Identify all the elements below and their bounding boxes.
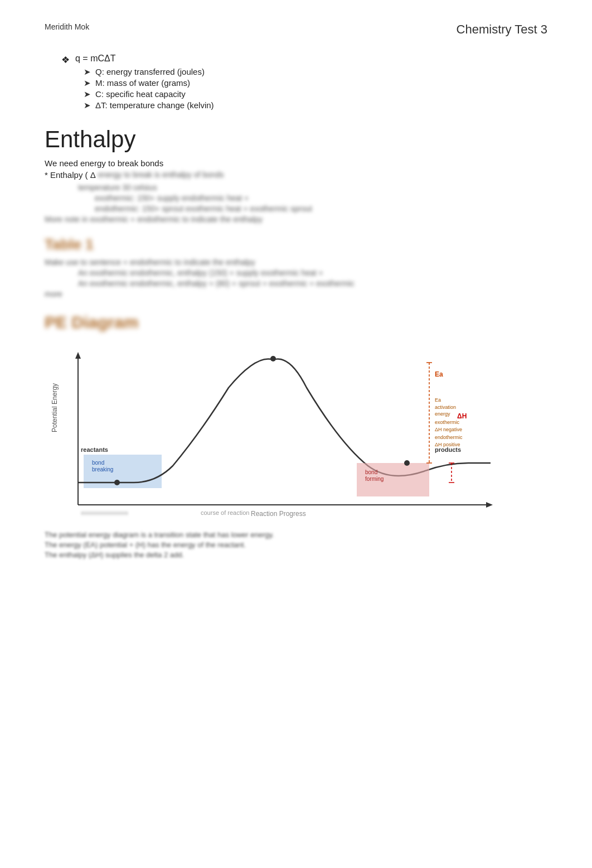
svg-point-30 — [114, 480, 120, 485]
sub-text-dt: ΔT: temperature change (kelvin) — [95, 100, 214, 110]
diagram-caption-1: The potential energy diagram is a transi… — [45, 531, 547, 539]
svg-text:bond: bond — [365, 469, 377, 475]
enthalpy-blurred-1: energy to break is enthalpy of bonds — [98, 170, 224, 179]
table-blurred-2: An exothermic endothermic, enthalpy (150… — [78, 268, 547, 277]
enthalpy-line: * Enthalpy ( Δ energy to break is enthal… — [45, 170, 547, 181]
document-title: Chemistry Test 3 — [457, 22, 547, 37]
svg-text:course of reaction: course of reaction — [201, 509, 249, 516]
sub-bullet-dt: ➤ ΔT: temperature change (kelvin) — [84, 100, 547, 110]
svg-text:xxxxxxxxxxxxxxxxx: xxxxxxxxxxxxxxxxx — [81, 510, 128, 516]
svg-point-31 — [404, 460, 410, 466]
svg-text:ΔH: ΔH — [457, 412, 467, 420]
sub-bullet-m: ➤ M: mass of water (grams) — [84, 78, 547, 88]
enthalpy-blurred-2: temperature 30 celsius — [78, 183, 547, 192]
sub-text-c: C: specific heat capacity — [95, 89, 186, 99]
pe-diagram-container: Potential Energy Reaction Progress bond … — [45, 343, 502, 522]
arrow-icon-1: ➤ — [84, 67, 91, 77]
enthalpy-blurred-4: endothermic: 150+ sprout exothermic heat… — [95, 204, 547, 213]
svg-text:bond: bond — [92, 460, 104, 466]
sub-bullets: ➤ Q: energy transferred (joules) ➤ M: ma… — [84, 67, 547, 110]
svg-text:Potential Energy: Potential Energy — [51, 383, 59, 432]
arrow-icon-4: ➤ — [84, 100, 91, 110]
diagram-caption-2: The energy (EA) potential + (H) has the … — [45, 541, 547, 549]
svg-text:ΔH negative: ΔH negative — [435, 427, 462, 432]
svg-text:Ea: Ea — [435, 370, 443, 378]
main-formula: q = mCΔT — [75, 54, 115, 64]
sub-text-m: M: mass of water (grams) — [95, 78, 190, 88]
enthalpy-blurred-3: exothermic: 150+ supply endothermic heat… — [95, 194, 547, 202]
enthalpy-section: Enthalpy We need energy to break bonds *… — [45, 126, 547, 559]
svg-text:activation: activation — [435, 404, 456, 410]
page: Meridith Mok Chemistry Test 3 ❖ q = mCΔT… — [0, 0, 592, 868]
enthalpy-title: Enthalpy — [45, 126, 547, 153]
svg-text:Ea: Ea — [435, 397, 441, 403]
svg-text:breaking: breaking — [92, 466, 113, 472]
pe-diagram-svg: Potential Energy Reaction Progress bond … — [45, 343, 502, 522]
svg-text:forming: forming — [365, 476, 384, 482]
sub-text-q: Q: energy transferred (joules) — [95, 67, 205, 76]
sub-bullet-c: ➤ C: specific heat capacity — [84, 89, 547, 99]
svg-text:ΔH positive: ΔH positive — [435, 442, 460, 447]
table-blurred-1: Make use to sentence + endothermic to in… — [45, 258, 547, 267]
arrow-icon-2: ➤ — [84, 78, 91, 88]
svg-text:exothermic: exothermic — [435, 419, 460, 425]
header: Meridith Mok Chemistry Test 3 — [45, 22, 547, 37]
svg-text:energy: energy — [435, 411, 450, 417]
diagram-caption-3: The enthalpy (ΔH) supplies the delta 2 a… — [45, 551, 547, 559]
author-name: Meridith Mok — [45, 22, 89, 31]
svg-rect-0 — [45, 343, 502, 522]
svg-point-32 — [270, 356, 276, 361]
svg-text:Reaction Progress: Reaction Progress — [251, 510, 306, 518]
pe-diagram-title: PE Diagram — [45, 313, 547, 332]
enthalpy-intro: We need energy to break bonds — [45, 158, 547, 168]
table-heading: Table 1 — [45, 236, 547, 253]
svg-text:reactants: reactants — [81, 446, 108, 453]
svg-text:endothermic: endothermic — [435, 435, 463, 440]
enthalpy-blurred-5: More note in exothermic + endothermic to… — [45, 215, 547, 224]
enthalpy-star-label: * Enthalpy ( Δ — [45, 170, 96, 180]
table-blurred-3: An exothermic endothermic, enthalpy + (8… — [78, 279, 547, 288]
diamond-icon: ❖ — [61, 54, 70, 66]
formula-bullet: ❖ q = mCΔT — [61, 54, 547, 66]
sub-bullet-q: ➤ Q: energy transferred (joules) — [84, 67, 547, 77]
arrow-icon-3: ➤ — [84, 89, 91, 99]
formula-section: ❖ q = mCΔT ➤ Q: energy transferred (joul… — [61, 54, 547, 110]
table-blurred-more: more — [45, 290, 547, 298]
